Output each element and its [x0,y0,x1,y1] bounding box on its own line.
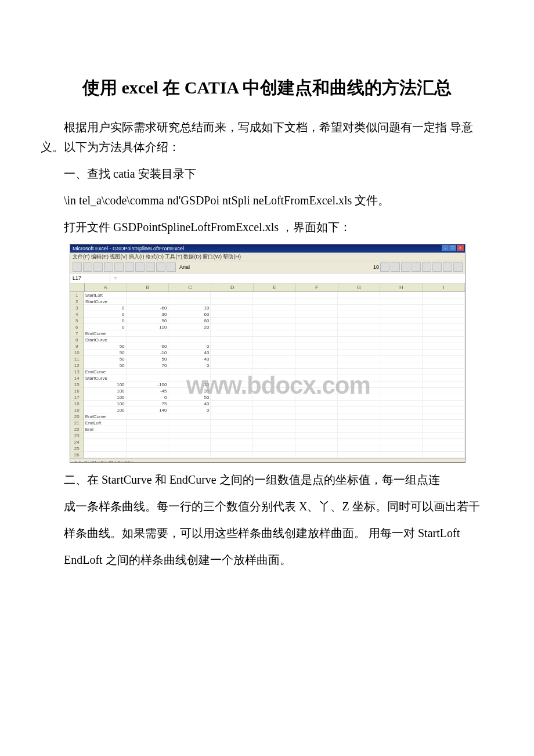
table-row[interactable]: 26 [70,452,465,458]
cell[interactable] [253,362,295,369]
excel-toolbar[interactable]: Arial 10 [70,261,465,273]
row-number[interactable]: 6 [70,324,84,330]
row-number[interactable]: 1 [70,292,84,298]
cell[interactable] [380,292,423,298]
cell[interactable]: 100 [84,401,127,407]
cell[interactable]: -10 [127,350,169,356]
cell[interactable] [253,452,295,458]
paste-icon[interactable] [135,262,145,272]
column-header[interactable]: D [211,283,254,291]
font-color-icon[interactable] [453,262,463,272]
table-row[interactable]: 2StartCurve [70,298,465,305]
cell[interactable] [338,426,380,433]
maximize-icon[interactable]: □ [449,245,456,251]
cell[interactable] [338,350,380,356]
table-row[interactable]: 1050-1040 [70,350,465,356]
fill-color-icon[interactable] [443,262,452,272]
table-row[interactable]: 22End [70,426,465,433]
cell[interactable] [295,318,338,324]
cell[interactable] [338,343,380,350]
cell[interactable] [338,292,380,298]
cell[interactable] [295,413,338,420]
cell[interactable]: 50 [84,356,127,362]
row-number[interactable]: 2 [70,298,84,305]
select-all-corner[interactable] [70,283,85,291]
cell[interactable] [168,426,211,433]
cell[interactable] [423,388,465,394]
row-number[interactable]: 7 [70,330,84,337]
row-number[interactable]: 23 [70,433,84,439]
row-number[interactable]: 16 [70,388,84,394]
cell[interactable]: 0 [84,311,127,318]
cell[interactable]: 100 [84,381,127,388]
cell[interactable] [423,433,465,439]
cell[interactable] [127,375,169,381]
cell[interactable] [211,311,253,318]
cell[interactable] [423,401,465,407]
cell[interactable] [211,369,253,375]
cut-icon[interactable] [114,262,124,272]
cell[interactable] [295,298,338,305]
cell[interactable] [380,420,423,426]
cell[interactable]: 10 [168,305,211,311]
cell[interactable] [338,439,380,445]
cell[interactable] [168,375,211,381]
cell[interactable] [84,445,127,452]
cell[interactable] [127,330,169,337]
cell[interactable]: 35 [168,388,211,394]
cell[interactable] [423,337,465,343]
cell[interactable] [338,375,380,381]
row-number[interactable]: 15 [70,381,84,388]
row-number[interactable]: 11 [70,356,84,362]
row-number[interactable]: 13 [70,369,84,375]
cell[interactable] [295,324,338,330]
cell[interactable] [423,452,465,458]
cell[interactable] [295,311,338,318]
cell[interactable] [211,305,253,311]
row-number[interactable]: 24 [70,439,84,445]
cell[interactable] [338,445,380,452]
cell[interactable]: StartLoft [84,292,127,298]
cell[interactable] [423,305,465,311]
cell[interactable] [423,369,465,375]
cell[interactable] [127,433,169,439]
cell[interactable] [168,420,211,426]
cell[interactable] [380,311,423,318]
row-number[interactable]: 25 [70,445,84,452]
cell[interactable] [338,381,380,388]
cell[interactable] [211,350,253,356]
cell[interactable] [253,413,295,420]
cell[interactable] [168,369,211,375]
cell[interactable] [127,439,169,445]
row-number[interactable]: 20 [70,413,84,420]
cell[interactable]: 100 [84,394,127,401]
sort-icon[interactable] [156,262,165,272]
cell[interactable]: -45 [127,388,169,394]
cell[interactable] [338,407,380,413]
cell[interactable]: EndCurve [84,369,127,375]
copy-icon[interactable] [125,262,134,272]
cell[interactable] [127,292,169,298]
cell[interactable] [338,420,380,426]
align-right-icon[interactable] [432,262,442,272]
cell[interactable] [423,407,465,413]
table-row[interactable]: 191001400 [70,407,465,413]
cell[interactable] [211,426,253,433]
cell[interactable] [380,452,423,458]
cell[interactable] [211,401,253,407]
cell[interactable] [127,369,169,375]
italic-icon[interactable] [391,262,400,272]
cell[interactable]: 75 [127,401,169,407]
cell[interactable] [295,452,338,458]
cell[interactable] [127,452,169,458]
cell[interactable] [295,381,338,388]
cell[interactable]: 50 [168,394,211,401]
cell[interactable]: 40 [168,350,211,356]
table-row[interactable]: 950-600 [70,343,465,350]
cell[interactable]: 50 [84,350,127,356]
cell[interactable] [211,292,253,298]
table-row[interactable]: 11505040 [70,356,465,362]
bold-icon[interactable] [380,262,389,272]
formula-bar[interactable]: L17 = [70,273,465,283]
cell[interactable]: 50 [84,362,127,369]
